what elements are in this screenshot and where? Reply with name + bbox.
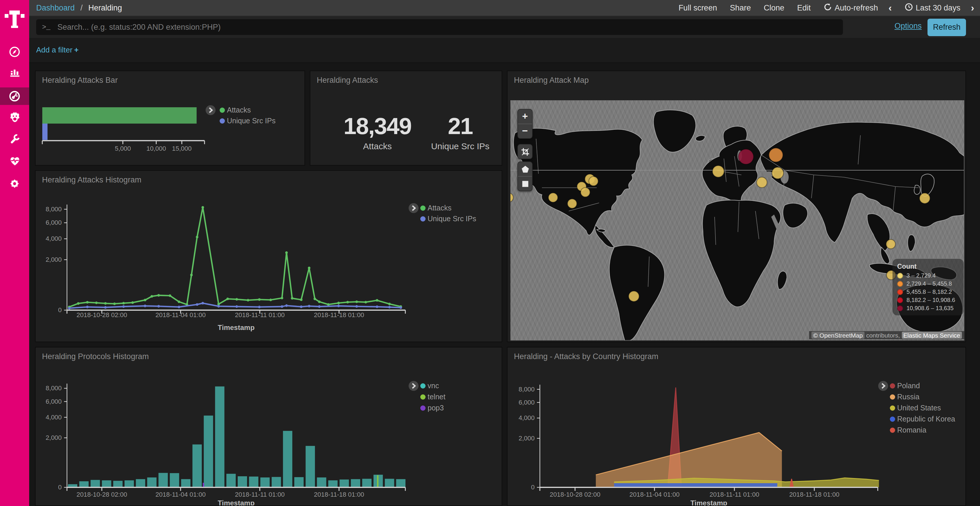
sidebar-item-visualize[interactable] xyxy=(0,62,29,82)
wrench-icon xyxy=(8,133,21,146)
svg-text:telnet: telnet xyxy=(428,393,445,401)
plus-icon: + xyxy=(74,46,78,54)
svg-text:6,000: 6,000 xyxy=(46,398,62,405)
panel-title: Heralding Attack Map xyxy=(514,76,589,84)
chart-legend[interactable]: vnctelnetpop3 xyxy=(409,381,445,412)
count-range-dot xyxy=(897,305,903,311)
legend-item[interactable]: Unique Src IPs xyxy=(420,214,476,223)
edit-button[interactable]: Edit xyxy=(797,3,811,12)
panel-title: Heralding - Attacks by Country Histogram xyxy=(514,352,658,361)
sidebar-item-monitoring[interactable] xyxy=(0,151,29,171)
attack-dot[interactable] xyxy=(628,291,639,301)
svg-text:2018-11-04 01:00: 2018-11-04 01:00 xyxy=(156,311,205,319)
gear-icon xyxy=(8,177,21,190)
legend-item[interactable]: pop3 xyxy=(420,404,444,412)
chart-legend[interactable]: AttacksUnique Src IPs xyxy=(409,203,476,223)
legend-item[interactable]: Unique Src IPs xyxy=(220,117,275,125)
legend-item[interactable]: vnc xyxy=(420,382,439,390)
crop-filter-icon[interactable] xyxy=(518,144,532,159)
svg-text:2,000: 2,000 xyxy=(519,435,535,442)
legend-item[interactable]: telnet xyxy=(420,393,445,401)
legend-item[interactable]: Attacks xyxy=(220,106,251,114)
sidebar xyxy=(0,0,29,506)
attack-dot[interactable] xyxy=(886,240,896,249)
panel-attacks-bar: Heralding Attacks Bar 5,00010,00015,000A… xyxy=(35,71,305,165)
time-prev-button[interactable]: ‹ xyxy=(888,3,892,13)
svg-text:4,000: 4,000 xyxy=(46,235,62,242)
map-legend-entry: 3 – 2,729.4 xyxy=(897,272,959,279)
zoom-out-button[interactable]: − xyxy=(518,124,532,138)
panel-title: Heralding Attacks Bar xyxy=(42,76,118,84)
share-button[interactable]: Share xyxy=(730,3,751,12)
svg-text:Poland: Poland xyxy=(897,382,920,390)
attack-dot[interactable] xyxy=(589,177,598,186)
add-filter-link[interactable]: Add a filter+ xyxy=(36,46,79,54)
sidebar-item-dashboard[interactable] xyxy=(0,87,29,105)
legend-item[interactable]: Attacks xyxy=(420,204,452,212)
svg-text:Timestamp: Timestamp xyxy=(218,499,255,505)
map-filter-controls xyxy=(517,144,533,159)
legend-item[interactable]: Republic of Korea xyxy=(890,415,955,423)
breadcrumb-separator: / xyxy=(81,3,83,12)
refresh-icon xyxy=(824,3,832,13)
attacks-bar-chart[interactable]: 5,00010,00015,000AttacksUnique Src IPs xyxy=(36,71,304,165)
attacks-histogram-chart[interactable]: 02,0004,0006,0008,0002018-10-28 02:00201… xyxy=(36,171,502,342)
attack-dot[interactable] xyxy=(757,177,767,188)
attack-dot[interactable] xyxy=(713,165,724,177)
chart-legend[interactable]: AttacksUnique Src IPs xyxy=(205,105,275,125)
search-input[interactable] xyxy=(56,22,837,32)
country-histogram-chart[interactable]: 02,0004,0006,0008,0002018-10-28 02:00201… xyxy=(508,347,966,505)
t-mobile-logo[interactable] xyxy=(5,6,24,33)
polygon-draw-icon[interactable] xyxy=(518,162,532,176)
attack-dot[interactable] xyxy=(548,193,558,202)
refresh-button[interactable]: Refresh xyxy=(928,18,966,36)
osm-attribution-link[interactable]: © OpenStreetMap xyxy=(811,332,864,339)
full-screen-button[interactable]: Full screen xyxy=(678,3,717,12)
top-navbar: Dashboard / Heralding Full screen Share … xyxy=(29,0,980,16)
legend-item[interactable]: Russia xyxy=(890,393,920,401)
attack-dot[interactable] xyxy=(581,188,590,197)
chart-legend[interactable]: PolandRussiaUnited StatesRepublic of Kor… xyxy=(878,381,955,434)
svg-text:2018-11-11 01:00: 2018-11-11 01:00 xyxy=(710,491,759,498)
legend-item[interactable]: Poland xyxy=(890,382,920,390)
panel-country-histogram: Heralding - Attacks by Country Histogram… xyxy=(507,347,966,506)
world-map[interactable]: + − Count 3 – 2,729.42,729.4 – 5,455.85,… xyxy=(511,100,964,341)
svg-text:4,000: 4,000 xyxy=(46,414,62,421)
clone-button[interactable]: Clone xyxy=(764,3,784,12)
breadcrumb-dashboard-link[interactable]: Dashboard xyxy=(36,3,75,12)
ems-attribution-link[interactable]: Elastic Maps Service xyxy=(902,332,962,339)
filter-bar: Add a filter+ xyxy=(29,38,980,63)
sidebar-item-management[interactable] xyxy=(0,174,29,194)
auto-refresh-button[interactable]: Auto-refresh xyxy=(824,3,878,13)
zoom-in-button[interactable]: + xyxy=(518,109,532,124)
svg-text:2018-11-11 01:00: 2018-11-11 01:00 xyxy=(235,311,285,319)
svg-text:Republic of Korea: Republic of Korea xyxy=(897,415,955,423)
attack-dot[interactable] xyxy=(568,199,577,208)
count-range-dot xyxy=(897,297,903,303)
svg-text:2018-11-18 01:00: 2018-11-18 01:00 xyxy=(314,491,364,498)
time-next-button[interactable]: › xyxy=(971,3,974,13)
time-picker-button[interactable]: Last 30 days xyxy=(905,3,961,13)
svg-text:2018-11-11 01:00: 2018-11-11 01:00 xyxy=(235,491,285,498)
attack-dot[interactable] xyxy=(511,193,513,202)
panel-title: Heralding Attacks xyxy=(317,76,378,84)
sidebar-item-dev-tools[interactable] xyxy=(0,129,29,149)
protocols-histogram-chart[interactable]: 02,0004,0006,0008,0002018-10-28 02:00201… xyxy=(36,347,502,505)
metric-attacks: 18,349 Attacks xyxy=(334,113,421,151)
dashboard-gauge-icon xyxy=(8,90,21,103)
sidebar-item-discover[interactable] xyxy=(0,42,29,62)
attack-dot[interactable] xyxy=(769,148,783,162)
options-link[interactable]: Options xyxy=(894,22,922,30)
attack-dot[interactable] xyxy=(772,167,783,179)
attack-dot[interactable] xyxy=(738,149,754,164)
legend-item[interactable]: United States xyxy=(890,404,941,412)
svg-text:0: 0 xyxy=(531,484,535,491)
sidebar-item-timelion[interactable] xyxy=(0,107,29,127)
attack-dot[interactable] xyxy=(920,193,930,203)
heartbeat-icon xyxy=(8,154,21,168)
query-bar: >_ Options Refresh xyxy=(29,16,980,38)
rectangle-draw-icon[interactable] xyxy=(518,176,532,190)
count-range-dot xyxy=(897,281,903,287)
svg-text:8,000: 8,000 xyxy=(519,385,535,393)
legend-item[interactable]: Romania xyxy=(890,426,926,434)
